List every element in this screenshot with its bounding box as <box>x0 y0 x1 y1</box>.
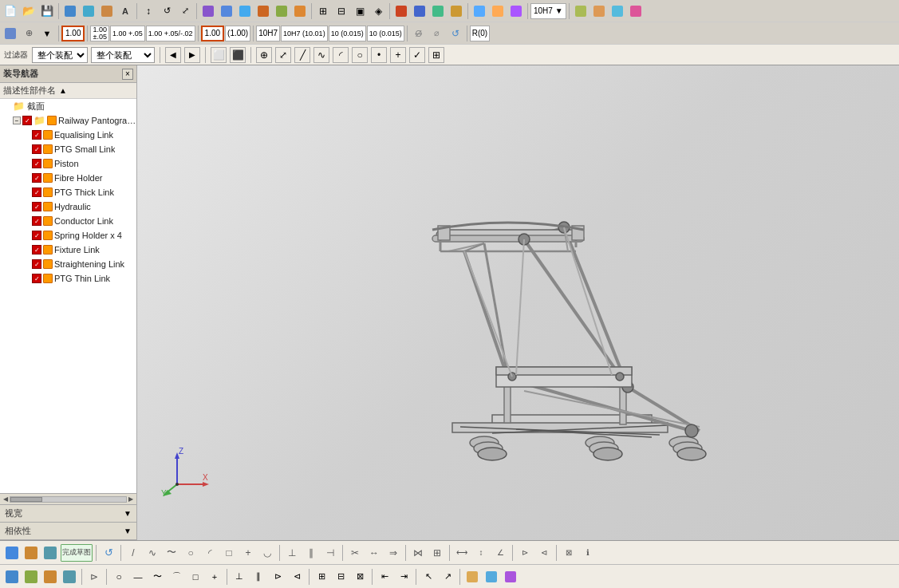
dim-value-7[interactable]: 10H7 <box>256 26 280 41</box>
dim-sym-btn1[interactable]: Ø <box>410 25 428 42</box>
bt2-b20[interactable]: ⇥ <box>395 568 412 586</box>
filter-rect[interactable]: ⬜ <box>211 47 227 63</box>
tb-r1-b7[interactable]: ⊞ <box>314 2 332 20</box>
tb-r1-b9[interactable]: ▣ <box>351 2 369 20</box>
tb-r1-b2[interactable] <box>218 2 235 20</box>
tree-item-equalising[interactable]: ✓ Equalising Link <box>0 128 136 142</box>
dim-value-2[interactable]: 1.00±.05 <box>90 26 109 41</box>
checkbox-piston[interactable]: ✓ <box>32 159 41 168</box>
tb-r1-b1[interactable] <box>199 2 217 20</box>
tb-r1-b14[interactable] <box>448 2 465 20</box>
tree-item-piston[interactable]: ✓ Piston <box>0 156 136 171</box>
bt2-b11[interactable]: + <box>206 568 223 586</box>
tb-r1-b12[interactable] <box>411 2 428 20</box>
filter-arc[interactable]: ◜ <box>333 47 349 63</box>
bt-pattern[interactable]: ⊞ <box>428 544 446 562</box>
bt2-b2[interactable] <box>22 568 40 586</box>
dim-value-4[interactable]: 1.00 +.05/-.02 <box>146 26 195 41</box>
checkbox-equalising[interactable]: ✓ <box>32 130 41 140</box>
tolerance-dropdown[interactable]: 10H7 ▼ <box>530 3 566 19</box>
tree-item-spring[interactable]: ✓ Spring Holder x 4 <box>0 228 136 243</box>
bt2-b23[interactable] <box>463 568 481 586</box>
tb-r1-b13[interactable] <box>429 2 447 20</box>
bt2-b12[interactable]: ⊥ <box>231 568 248 586</box>
tb-r1-b19[interactable] <box>590 2 608 20</box>
bt-dim3[interactable]: ∠ <box>491 544 509 562</box>
bt-undo[interactable]: ↺ <box>100 544 117 562</box>
tree-item-fixture[interactable]: ✓ Fixture Link <box>0 243 136 257</box>
tb-r1-b11[interactable] <box>392 2 410 20</box>
bt2-b17[interactable]: ⊟ <box>332 568 349 586</box>
bt2-b16[interactable]: ⊞ <box>313 568 330 586</box>
tb-r1-b6[interactable] <box>291 2 309 20</box>
cut-button[interactable] <box>61 2 79 20</box>
bt2-b19[interactable]: ⇤ <box>376 568 393 586</box>
tb-r1-b16[interactable] <box>489 2 507 20</box>
tree-item-straightening[interactable]: ✓ Straightening Link <box>0 257 136 271</box>
bt-dim2[interactable]: ↕ <box>472 544 490 562</box>
assembly-toggle[interactable]: ⊕ <box>20 25 37 42</box>
bt2-b13[interactable]: ∥ <box>250 568 267 586</box>
bt2-b6[interactable]: ○ <box>110 568 128 586</box>
bt2-b24[interactable] <box>483 568 500 586</box>
bt-revolve[interactable] <box>41 544 59 562</box>
bt-cam2[interactable]: ⊲ <box>535 544 553 562</box>
dim-value-10[interactable]: 10 (0.015) <box>367 26 404 41</box>
bt-trim[interactable]: ✂ <box>346 544 364 562</box>
bt2-b9[interactable]: ⌒ <box>168 568 185 586</box>
dim-value-3[interactable]: 1.00 +.05 <box>110 26 145 41</box>
bt-info[interactable]: ℹ <box>579 544 597 562</box>
filter-fwd[interactable]: ▶ <box>184 47 200 63</box>
bt2-b3[interactable] <box>41 568 59 586</box>
bt2-b7[interactable]: — <box>129 568 147 586</box>
tb-r1-b21[interactable] <box>627 2 645 20</box>
bt-arc[interactable]: ∿ <box>144 544 161 562</box>
filter-check[interactable]: ✓ <box>409 47 425 63</box>
dim-value-9[interactable]: 10 (0.015) <box>329 26 366 41</box>
scroll-thumb[interactable] <box>10 497 42 502</box>
tree-item-railway[interactable]: − ✓ 📁 Railway Pantograph <box>0 113 136 128</box>
dim-value-1[interactable]: 1.00 <box>61 26 85 41</box>
bt-cam1[interactable]: ⊳ <box>516 544 534 562</box>
bt-mirror[interactable]: ⋈ <box>409 544 427 562</box>
checkbox-fibre[interactable]: ✓ <box>32 173 41 183</box>
filter-dot[interactable]: • <box>371 47 387 63</box>
move-button[interactable]: ↕ <box>140 2 157 20</box>
bt-sketch[interactable] <box>3 544 21 562</box>
dim-value-5[interactable]: 1.00 <box>201 26 224 41</box>
filter-grid[interactable]: ⊞ <box>428 47 444 63</box>
dim-sym-btn2[interactable]: ⌀ <box>428 25 446 42</box>
fit-value[interactable]: R(0) <box>470 26 490 41</box>
assembly-btn2[interactable]: ▼ <box>38 25 56 42</box>
tree-item-hydraulic[interactable]: ✓ Hydraulic <box>0 199 136 214</box>
copy-button[interactable] <box>80 2 97 20</box>
tree-item-fibre[interactable]: ✓ Fibre Holder <box>0 171 136 185</box>
bt2-b4[interactable] <box>61 568 78 586</box>
dim-value-6[interactable]: (1.00) <box>225 26 250 41</box>
scale-button[interactable]: ⤢ <box>176 2 194 20</box>
checkbox-spring[interactable]: ✓ <box>32 231 41 240</box>
view-width-panel[interactable]: 视宽 ▼ <box>0 505 136 523</box>
rotate-button[interactable]: ↺ <box>158 2 175 20</box>
bt2-b25[interactable] <box>502 568 519 586</box>
scroll-left[interactable]: ◀ <box>2 495 10 503</box>
tb-r1-b3[interactable] <box>236 2 254 20</box>
bt-constraint1[interactable]: ⊥ <box>283 544 301 562</box>
filter-plus[interactable]: + <box>390 47 406 63</box>
tb-r1-b5[interactable] <box>273 2 290 20</box>
tree-item-ptg-thin[interactable]: ✓ PTG Thin Link <box>0 271 136 286</box>
bt2-b21[interactable]: ↖ <box>420 568 437 586</box>
bt-dim1[interactable]: ⟷ <box>453 544 471 562</box>
tb-r1-b18[interactable] <box>572 2 589 20</box>
dependencies-panel[interactable]: 相依性 ▼ <box>0 523 136 540</box>
scroll-track[interactable] <box>10 496 127 503</box>
bt2-b5[interactable]: ⊳ <box>85 568 103 586</box>
bt2-b15[interactable]: ⊲ <box>288 568 306 586</box>
h-scrollbar[interactable]: ◀ ▶ <box>0 493 136 504</box>
paste-button[interactable] <box>98 2 116 20</box>
bt-spline[interactable]: 〜 <box>163 544 180 562</box>
filter-curve[interactable]: ∿ <box>313 47 329 63</box>
tb-r1-b8[interactable]: ⊟ <box>333 2 350 20</box>
bt-offset[interactable]: ⇒ <box>384 544 402 562</box>
undo-btn[interactable]: ↺ <box>447 25 464 42</box>
